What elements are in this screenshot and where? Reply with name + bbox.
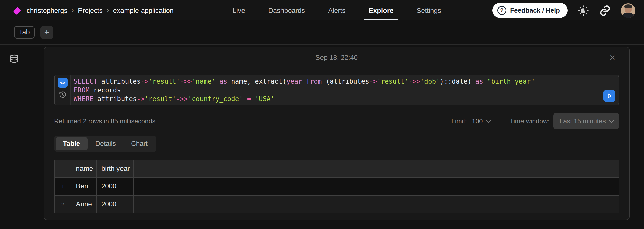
sql-token: ->> xyxy=(180,78,192,85)
table-cell: Anne xyxy=(71,195,97,213)
sql-token: as xyxy=(219,78,227,85)
sql-token: 'USA' xyxy=(255,95,274,103)
table-header-row: namebirth year xyxy=(54,160,619,177)
query-status-text: Returned 2 rows in 85 milliseconds. xyxy=(54,117,157,125)
sql-token: 'name' xyxy=(192,78,216,85)
nav-item-dashboards[interactable]: Dashboards xyxy=(268,0,305,20)
sql-token: 'result' xyxy=(148,78,180,85)
sql-token: )::date) xyxy=(440,78,475,85)
sql-token: FROM xyxy=(74,86,90,94)
brand-logo-icon[interactable] xyxy=(13,7,21,15)
sql-token: name, extract( xyxy=(227,78,287,85)
sql-token: as xyxy=(475,78,483,85)
sql-token: ->> xyxy=(409,78,420,85)
sql-query-text[interactable]: SELECT attributes->'result'->>'name' as … xyxy=(71,75,619,105)
share-link-button[interactable] xyxy=(599,5,611,16)
play-icon xyxy=(606,92,613,99)
sql-token: "birth year" xyxy=(487,78,535,85)
sql-token: attributes xyxy=(93,95,137,103)
table-cell: 2000 xyxy=(97,177,134,195)
sql-token: 'result' xyxy=(145,95,176,103)
sql-token xyxy=(302,78,306,85)
top-bar: christophergs›Projects›example-applicati… xyxy=(0,0,644,20)
sql-token: = xyxy=(247,95,251,103)
database-icon xyxy=(9,54,20,65)
feedback-help-button[interactable]: ? Feedback / Help xyxy=(492,3,568,18)
column-header-birth-year: birth year xyxy=(97,160,134,177)
nav-item-live[interactable]: Live xyxy=(233,0,245,20)
row-number: 2 xyxy=(54,195,71,213)
sql-token: WHERE xyxy=(74,95,93,103)
tab-strip: Tab + xyxy=(0,20,644,45)
table-cell xyxy=(134,177,619,195)
sql-token: records xyxy=(90,86,121,94)
avatar-torso xyxy=(622,13,634,18)
sql-token: -> xyxy=(137,95,144,103)
top-tick-decoration xyxy=(17,0,17,7)
code-mode-button[interactable]: <> xyxy=(58,78,68,88)
nav-item-settings[interactable]: Settings xyxy=(417,0,441,20)
table-row: 1Ben2000 xyxy=(54,177,619,195)
sql-token: 'result' xyxy=(377,78,408,85)
view-tab-details[interactable]: Details xyxy=(88,137,124,150)
results-table: namebirth year 1Ben20002Anne2000 xyxy=(54,160,619,213)
breadcrumb-separator-icon: › xyxy=(107,6,109,14)
sql-token: from xyxy=(306,78,322,85)
limit-value: 100 xyxy=(472,117,483,125)
card-header: Sep 18, 22:40 ✕ xyxy=(54,47,619,68)
column-header-empty xyxy=(54,160,71,177)
sql-token: 'dob' xyxy=(420,78,440,85)
body-area: Sep 18, 22:40 ✕ <> SELEC xyxy=(0,45,644,229)
limit-dropdown[interactable]: 100 xyxy=(472,117,490,125)
table-cell xyxy=(134,195,619,213)
breadcrumb: christophergs›Projects›example-applicati… xyxy=(27,7,174,15)
column-header-name: name xyxy=(71,160,97,177)
sql-line-3: WHERE attributes->'result'->>'country_co… xyxy=(74,95,619,103)
table-row: 2Anne2000 xyxy=(54,195,619,213)
sql-token: -> xyxy=(369,78,377,85)
sql-token: year xyxy=(286,78,302,85)
user-avatar[interactable] xyxy=(621,3,635,18)
table-cell: Ben xyxy=(71,177,97,195)
sql-token xyxy=(483,78,487,85)
view-tab-table[interactable]: Table xyxy=(56,137,88,150)
add-tab-button[interactable]: + xyxy=(40,26,53,39)
sql-token: (attributes xyxy=(322,78,369,85)
help-circle-icon: ? xyxy=(497,6,506,15)
chevron-down-icon xyxy=(609,118,614,123)
column-header-empty xyxy=(134,160,619,177)
editor-gutter: <> xyxy=(55,75,71,105)
run-query-button[interactable] xyxy=(603,90,615,102)
sql-token: SELECT xyxy=(74,78,97,85)
time-window-dropdown[interactable]: Last 15 minutes xyxy=(553,113,619,129)
result-view-tabs: TableDetailsChart xyxy=(54,136,156,152)
sql-token xyxy=(243,95,247,103)
results-table-head: namebirth year xyxy=(54,160,619,177)
status-row: Returned 2 rows in 85 milliseconds. Limi… xyxy=(54,113,619,129)
view-tab-chart[interactable]: Chart xyxy=(124,137,155,150)
feedback-help-label: Feedback / Help xyxy=(510,7,560,14)
query-tab[interactable]: Tab xyxy=(14,26,35,39)
breadcrumb-item-example-application[interactable]: example-application xyxy=(113,7,174,15)
query-history-button[interactable] xyxy=(59,91,66,98)
nav-item-explore[interactable]: Explore xyxy=(369,0,393,20)
code-brackets-icon: <> xyxy=(60,80,65,86)
database-nav-button[interactable] xyxy=(9,54,20,65)
top-right-cluster: ? Feedback / Help xyxy=(492,0,635,20)
close-icon[interactable]: ✕ xyxy=(609,54,616,62)
breadcrumb-item-Projects[interactable]: Projects xyxy=(78,7,103,15)
sql-editor: <> SELECT attributes->'result'->>'name' … xyxy=(54,75,619,105)
theme-toggle-button[interactable] xyxy=(578,5,589,16)
query-session-card: Sep 18, 22:40 ✕ <> SELEC xyxy=(44,47,630,220)
sql-line-2: FROM records xyxy=(74,86,619,95)
time-window-value: Last 15 minutes xyxy=(559,117,606,125)
nav-item-alerts[interactable]: Alerts xyxy=(328,0,345,20)
sql-token: attributes xyxy=(97,78,141,85)
sql-token xyxy=(251,95,255,103)
link-icon xyxy=(599,5,611,16)
sql-token: -> xyxy=(141,78,148,85)
chevron-down-icon xyxy=(486,118,491,123)
breadcrumb-item-christophergs[interactable]: christophergs xyxy=(27,7,67,15)
session-timestamp: Sep 18, 22:40 xyxy=(315,54,358,62)
main-nav: LiveDashboardsAlertsExploreSettings xyxy=(233,0,441,20)
